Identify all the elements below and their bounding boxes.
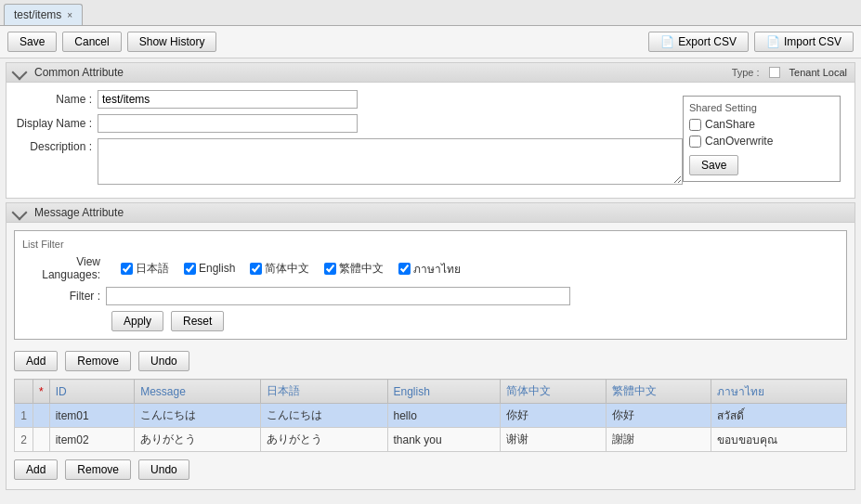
- row2-zh-hant: 謝謝: [606, 428, 711, 452]
- col-id: ID: [49, 380, 134, 404]
- lang-ja-label: 日本語: [136, 261, 169, 277]
- description-label: Description :: [14, 138, 98, 153]
- lang-en-item: English: [184, 262, 235, 275]
- lang-en-checkbox[interactable]: [184, 263, 196, 275]
- shared-setting-title: Shared Setting: [689, 102, 834, 113]
- col-zh-hans: 简体中文: [500, 380, 606, 404]
- view-languages-label: View Languages:: [22, 255, 106, 281]
- cancel-button[interactable]: Cancel: [62, 32, 121, 52]
- description-input[interactable]: [98, 138, 683, 185]
- col-th: ภาษาไทย: [711, 380, 847, 404]
- filter-input[interactable]: [106, 287, 570, 305]
- message-attribute-title: Message Attribute: [34, 206, 124, 219]
- name-input[interactable]: [98, 90, 358, 109]
- table-header-row: * ID Message 日本語 English 简体中文 繁體中文 ภาษาไ…: [15, 380, 847, 404]
- shared-save-button[interactable]: Save: [689, 155, 738, 175]
- lang-zh-hant-checkbox[interactable]: [324, 263, 336, 275]
- apply-button[interactable]: Apply: [111, 311, 163, 331]
- remove-button-bottom[interactable]: Remove: [65, 459, 131, 480]
- row2-ja: ありがとう: [261, 428, 387, 452]
- common-attribute-chevron: [12, 65, 28, 81]
- list-filter-box: List Filter View Languages: 日本語 English …: [14, 230, 847, 340]
- lang-zh-hans-checkbox[interactable]: [250, 263, 262, 275]
- save-button[interactable]: Save: [7, 32, 57, 52]
- list-filter-title: List Filter: [22, 239, 839, 250]
- table-top-buttons: Add Remove Undo: [7, 347, 854, 375]
- common-attribute-title: Common Attribute: [34, 66, 124, 79]
- export-csv-button[interactable]: 📄 Export CSV: [648, 32, 749, 52]
- language-filter-row: View Languages: 日本語 English 简体中文 繁體中文: [22, 255, 839, 281]
- row1-zh-hant: 你好: [606, 404, 711, 428]
- lang-zh-hans-label: 简体中文: [265, 261, 309, 277]
- filter-label: Filter :: [22, 290, 106, 303]
- type-icon: [769, 67, 780, 78]
- row1-zh-hans: 你好: [500, 404, 606, 428]
- row2-en: thank you: [387, 428, 500, 452]
- main-tab[interactable]: test/items ×: [4, 4, 83, 25]
- type-value: Tenant Local: [789, 67, 847, 78]
- lang-ja-checkbox[interactable]: [121, 263, 133, 275]
- lang-th-checkbox[interactable]: [398, 263, 411, 275]
- lang-th-item: ภาษาไทย: [398, 260, 461, 278]
- table-row[interactable]: 1 item01 こんにちは こんにちは hello 你好 你好 สวัสดิ์: [15, 404, 847, 428]
- shared-setting-box: Shared Setting CanShare CanOverwrite Sav…: [683, 96, 841, 182]
- can-share-checkbox[interactable]: [689, 119, 701, 131]
- row1-id: item01: [49, 404, 134, 428]
- import-csv-button[interactable]: 📄 Import CSV: [754, 32, 854, 52]
- col-en: English: [387, 380, 500, 404]
- col-rownum: [15, 380, 33, 404]
- lang-ja-item: 日本語: [121, 261, 169, 277]
- data-table-container: * ID Message 日本語 English 简体中文 繁體中文 ภาษาไ…: [14, 379, 847, 452]
- col-message: Message: [135, 380, 261, 404]
- lang-zh-hant-item: 繁體中文: [324, 261, 384, 277]
- message-attribute-chevron: [12, 205, 28, 221]
- remove-button-top[interactable]: Remove: [65, 351, 131, 371]
- undo-button-bottom[interactable]: Undo: [138, 459, 189, 480]
- row1-star: [33, 404, 50, 428]
- add-button-bottom[interactable]: Add: [14, 459, 58, 480]
- col-ja: 日本語: [261, 380, 387, 404]
- lang-th-label: ภาษาไทย: [413, 260, 461, 278]
- row1-ja: こんにちは: [261, 404, 387, 428]
- can-overwrite-checkbox[interactable]: [689, 136, 701, 148]
- row2-zh-hans: 谢谢: [500, 428, 606, 452]
- row2-th: ขอบขอบคุณ: [711, 428, 847, 452]
- show-history-button[interactable]: Show History: [127, 32, 217, 52]
- lang-en-label: English: [199, 262, 235, 275]
- row2-star: [33, 428, 50, 452]
- table-row[interactable]: 2 item02 ありがとう ありがとう thank you 谢谢 謝謝 ขอบ…: [15, 428, 847, 452]
- row1-message: こんにちは: [135, 404, 261, 428]
- col-star: *: [33, 380, 50, 404]
- can-share-row: CanShare: [689, 118, 834, 131]
- col-zh-hant: 繁體中文: [606, 380, 711, 404]
- type-label: Type :: [732, 67, 760, 78]
- display-name-label: Display Name :: [14, 117, 98, 130]
- import-icon: 📄: [766, 35, 780, 48]
- can-overwrite-row: CanOverwrite: [689, 135, 834, 148]
- toolbar: Save Cancel Show History 📄 Export CSV 📄 …: [0, 26, 861, 58]
- common-attribute-section: Common Attribute Type : Tenant Local Nam…: [6, 62, 855, 199]
- message-table: * ID Message 日本語 English 简体中文 繁體中文 ภาษาไ…: [14, 379, 847, 452]
- can-share-label: CanShare: [705, 118, 755, 131]
- common-attribute-header[interactable]: Common Attribute Type : Tenant Local: [7, 63, 854, 83]
- message-attribute-section: Message Attribute List Filter View Langu…: [6, 202, 855, 490]
- name-label: Name :: [14, 93, 98, 106]
- reset-button[interactable]: Reset: [171, 311, 224, 331]
- filter-row: Filter :: [22, 287, 839, 305]
- export-icon: 📄: [660, 35, 674, 48]
- display-name-input[interactable]: [98, 114, 358, 133]
- common-attribute-content: Name : Display Name : Description : Shar…: [7, 83, 854, 198]
- row1-num: 1: [15, 404, 33, 428]
- tab-close-btn[interactable]: ×: [67, 10, 72, 20]
- add-button-top[interactable]: Add: [14, 351, 58, 371]
- row1-en: hello: [387, 404, 500, 428]
- row1-th: สวัสดิ์: [711, 404, 847, 428]
- tab-label: test/items: [14, 8, 61, 21]
- can-overwrite-label: CanOverwrite: [705, 135, 773, 148]
- row2-id: item02: [49, 428, 134, 452]
- row2-message: ありがとう: [135, 428, 261, 452]
- message-attribute-header[interactable]: Message Attribute: [7, 203, 854, 223]
- row2-num: 2: [15, 428, 33, 452]
- undo-button-top[interactable]: Undo: [138, 351, 189, 371]
- lang-zh-hant-label: 繁體中文: [339, 261, 384, 277]
